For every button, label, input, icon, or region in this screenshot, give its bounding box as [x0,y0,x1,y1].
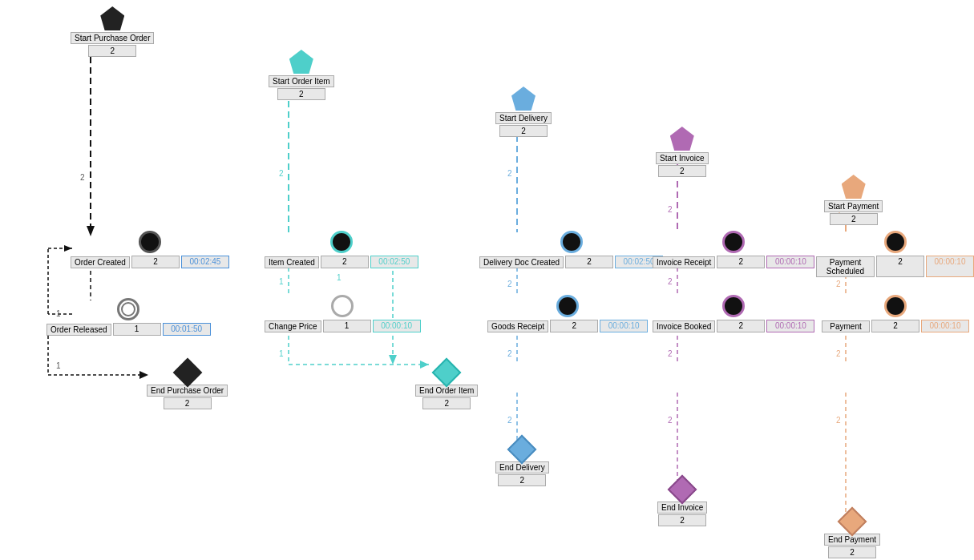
svg-text:2: 2 [668,349,673,358]
start-payment-node: Start Payment 2 [824,175,883,225]
invoice-booked-time: 00:00:10 [766,320,814,332]
invoice-booked-count: 2 [717,320,765,332]
svg-text:2: 2 [836,416,841,425]
start-payment-icon [842,175,866,199]
svg-text:2: 2 [507,169,512,178]
start-delivery-icon [511,87,535,111]
payment-node: Payment 2 00:00:10 [822,295,969,332]
svg-text:2: 2 [507,349,512,358]
change-price-icon [331,295,354,317]
payment-count: 2 [871,320,919,332]
connectors: 2 1 1 1 2 1 1 1 2 2 2 2 [0,0,974,560]
svg-text:2: 2 [279,169,284,178]
order-released-label: Order Released [46,324,111,336]
svg-text:1: 1 [337,273,342,282]
start-invoice-label: Start Invoice [656,152,709,164]
order-created-count: 2 [131,256,180,268]
goods-receipt-node: Goods Receipt 2 00:00:10 [487,295,648,332]
start-order-item-label: Start Order Item [269,75,334,87]
svg-text:1: 1 [279,349,284,358]
invoice-receipt-node: Invoice Receipt 2 00:00:10 [653,231,814,268]
svg-text:2: 2 [507,280,512,288]
order-released-count: 1 [113,323,161,336]
payment-label: Payment [822,320,870,332]
payment-scheduled-node: Payment Scheduled 2 00:00:10 [816,231,974,277]
end-invoice-count: 2 [658,514,706,526]
payment-time: 00:00:10 [921,320,969,332]
start-delivery-node: Start Delivery 2 [495,87,552,137]
payment-scheduled-label: Payment Scheduled [816,256,875,277]
start-purchase-order-label: Start Purchase Order [71,32,154,44]
start-delivery-label: Start Delivery [495,112,552,124]
goods-receipt-time: 00:00:10 [600,320,648,332]
payment-scheduled-icon [884,231,907,253]
svg-text:2: 2 [80,173,85,182]
end-payment-icon [838,507,867,537]
order-released-time: 00:01:50 [163,323,211,336]
start-order-item-node: Start Order Item 2 [269,50,334,100]
change-price-time: 00:00:10 [373,320,421,332]
end-invoice-node: End Invoice 2 [657,479,707,526]
invoice-receipt-label: Invoice Receipt [653,256,715,268]
end-purchase-order-icon [172,358,202,388]
order-created-icon [139,231,161,253]
svg-text:2: 2 [668,277,673,286]
start-invoice-node: Start Invoice 2 [656,127,709,177]
svg-text:2: 2 [668,416,673,425]
start-payment-label: Start Payment [824,200,883,212]
end-order-item-icon [432,358,462,388]
start-purchase-order-node: Start Purchase Order 2 [71,6,154,57]
goods-receipt-label: Goods Receipt [487,320,548,332]
item-created-icon [330,231,353,253]
change-price-count: 1 [323,320,371,332]
process-canvas: 2 1 1 1 2 1 1 1 2 2 2 2 [0,0,974,560]
invoice-receipt-icon [722,231,745,253]
svg-marker-22 [389,355,397,365]
item-created-label: Item Created [265,256,319,268]
end-invoice-icon [668,475,697,505]
invoice-booked-icon [722,295,745,317]
invoice-receipt-time: 00:00:10 [766,256,814,268]
end-payment-node: End Payment 2 [824,511,880,558]
order-released-icon [117,298,139,320]
svg-text:2: 2 [836,349,841,358]
end-purchase-order-node: End Purchase Order 2 [147,362,228,409]
svg-text:2: 2 [836,280,841,288]
delivery-doc-created-node: Delivery Doc Created 2 00:02:50 [479,231,663,268]
item-created-count: 2 [321,256,369,268]
invoice-booked-node: Invoice Booked 2 00:00:10 [653,295,814,332]
end-delivery-node: End Delivery 2 [495,439,549,486]
end-order-item-count: 2 [422,397,471,409]
start-purchase-order-count: 2 [88,45,136,57]
end-delivery-count: 2 [498,474,546,486]
item-created-time: 00:02:50 [370,256,418,268]
svg-text:1: 1 [56,361,61,370]
order-released-node: Order Released 1 00:01:50 [46,298,211,336]
goods-receipt-icon [556,295,579,317]
goods-receipt-count: 2 [550,320,598,332]
item-created-node: Item Created 2 00:02:50 [265,231,418,268]
change-price-label: Change Price [265,320,321,332]
payment-icon [884,295,907,317]
svg-text:1: 1 [279,277,284,286]
payment-scheduled-time: 00:00:10 [926,256,974,277]
delivery-doc-created-icon [560,231,583,253]
invoice-booked-label: Invoice Booked [653,320,715,332]
order-created-label: Order Created [71,256,130,268]
payment-scheduled-count: 2 [876,256,924,277]
end-payment-count: 2 [828,546,876,558]
order-created-time: 00:02:45 [181,256,229,268]
end-purchase-order-count: 2 [164,397,212,409]
svg-text:2: 2 [668,205,673,214]
start-invoice-icon [670,127,694,151]
start-invoice-count: 2 [658,165,706,177]
end-order-item-node: End Order Item 2 [415,362,478,409]
change-price-node: Change Price 1 00:00:10 [265,295,421,332]
start-order-item-count: 2 [277,88,325,100]
end-delivery-icon [507,435,537,465]
order-created-node: Order Created 2 00:02:45 [71,231,229,268]
invoice-receipt-count: 2 [717,256,765,268]
svg-text:2: 2 [507,416,512,425]
delivery-doc-created-label: Delivery Doc Created [479,256,564,268]
delivery-doc-created-count: 2 [565,256,613,268]
